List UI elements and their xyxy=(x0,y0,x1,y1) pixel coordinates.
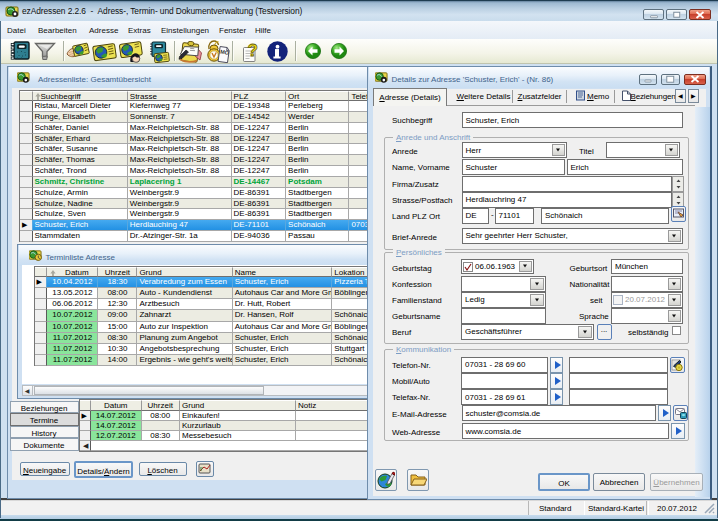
svg-text:?: ? xyxy=(248,41,258,60)
